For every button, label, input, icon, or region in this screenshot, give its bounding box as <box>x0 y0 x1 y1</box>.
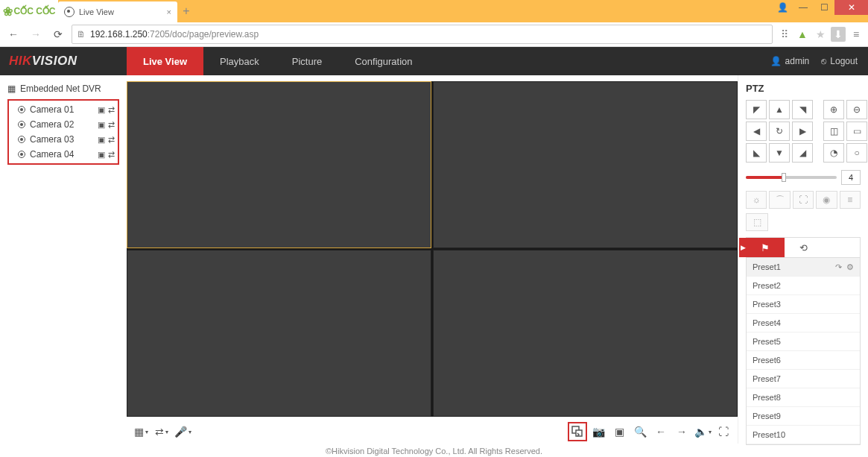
record-icon[interactable]: ▣ <box>98 135 105 145</box>
preset-tabs: ▶ ⚑ ⟲ <box>746 237 861 258</box>
ptz-up-left[interactable]: ◤ <box>746 100 767 119</box>
preset-item[interactable]: Preset2 <box>747 277 860 295</box>
camera-status-icon <box>18 106 25 113</box>
back-button[interactable]: ← <box>4 25 22 43</box>
tab-close-icon[interactable]: × <box>167 7 171 16</box>
browser-logo: ❀CỐC CỐC <box>0 0 58 22</box>
ptz-wiper-icon[interactable]: ⌒ <box>769 191 790 209</box>
camera-status-icon <box>18 151 25 158</box>
preset-item[interactable]: Preset3 <box>747 295 860 314</box>
minimize-button[interactable]: — <box>793 0 814 15</box>
stream-icon[interactable]: ⇄ <box>108 120 115 130</box>
url-bar[interactable]: 🗎 192.168.1.250:7205/doc/page/preview.as… <box>72 25 773 44</box>
ptz-light-icon[interactable]: ☼ <box>746 191 767 209</box>
panel-collapse-icon[interactable]: ▶ <box>741 244 746 251</box>
record-icon[interactable]: ▣ <box>98 105 105 115</box>
camera-item[interactable]: Camera 02 ▣⇄ <box>12 117 115 132</box>
record-icon[interactable]: ▣ <box>98 120 105 130</box>
preset-item[interactable]: Preset8 <box>747 388 860 407</box>
bookmark-icon[interactable]: ★ <box>813 27 828 42</box>
ptz-down[interactable]: ▼ <box>769 143 790 163</box>
stop-all-button[interactable] <box>568 422 587 441</box>
ptz-zoom-out[interactable]: ⊖ <box>846 100 867 119</box>
reload-button[interactable]: ⟳ <box>49 25 67 43</box>
zoom-button[interactable]: 🔍 <box>630 422 650 441</box>
preset-tab-flag[interactable]: ⚑ <box>747 238 785 257</box>
next-button[interactable]: → <box>672 422 691 441</box>
download-icon[interactable]: ⬇ <box>831 27 846 42</box>
device-root[interactable]: ▦ Embedded Net DVR <box>7 81 119 96</box>
camera-list-highlight: Camera 01 ▣⇄ Camera 02 ▣⇄ Camera 03 ▣⇄ C… <box>7 99 119 165</box>
record-icon[interactable]: ▣ <box>98 150 105 160</box>
layout-button[interactable]: ▦▾ <box>131 422 151 441</box>
ptz-down-right[interactable]: ◢ <box>792 143 813 163</box>
video-cell-1[interactable] <box>127 81 431 248</box>
close-window-button[interactable]: ✕ <box>834 0 868 15</box>
ptz-speed-value: 4 <box>841 170 861 185</box>
ptz-left[interactable]: ◀ <box>746 122 767 141</box>
preset-tab-pattern[interactable] <box>822 238 860 257</box>
snapshot-button[interactable]: 📷 <box>589 422 608 441</box>
ptz-iris-open[interactable]: ◔ <box>823 143 844 163</box>
translate-icon[interactable]: ⠿ <box>777 27 792 42</box>
ptz-focus-icon[interactable]: ⛶ <box>793 191 814 209</box>
camera-item[interactable]: Camera 03 ▣⇄ <box>12 132 115 147</box>
maximize-button[interactable]: ☐ <box>814 0 834 15</box>
camera-label: Camera 02 <box>30 119 74 130</box>
ptz-right[interactable]: ▶ <box>792 122 813 141</box>
camera-item[interactable]: Camera 01 ▣⇄ <box>12 102 115 117</box>
menu-icon[interactable]: ≡ <box>849 27 864 42</box>
nav-configuration[interactable]: Configuration <box>338 47 428 75</box>
stream-icon[interactable]: ⇄ <box>108 135 115 145</box>
nav-playback[interactable]: Playback <box>203 47 276 75</box>
ptz-3d-icon[interactable]: ⬚ <box>746 213 768 231</box>
preset-item[interactable]: Preset9 <box>747 407 860 426</box>
preset-item[interactable]: Preset5 <box>747 332 860 351</box>
video-cell-2[interactable] <box>433 81 738 248</box>
camera-label: Camera 04 <box>30 149 74 160</box>
ptz-zoom-in[interactable]: ⊕ <box>823 100 844 119</box>
volume-button[interactable]: 🔈▾ <box>693 422 712 441</box>
ptz-menu-icon[interactable]: ≡ <box>840 191 861 209</box>
ptz-focus-near[interactable]: ◫ <box>823 122 844 141</box>
ptz-speed-slider[interactable] <box>746 176 837 179</box>
stream-icon[interactable]: ⇄ <box>108 150 115 160</box>
prev-button[interactable]: ← <box>651 422 671 441</box>
preset-item[interactable]: Preset1 ↷⚙ <box>747 258 860 277</box>
stream-icon[interactable]: ⇄ <box>108 105 115 115</box>
ptz-up[interactable]: ▲ <box>769 100 790 119</box>
user-menu[interactable]: 👤 admin <box>770 56 810 66</box>
forward-button[interactable]: → <box>27 25 45 43</box>
nav-picture[interactable]: Picture <box>276 47 338 75</box>
audio-button[interactable]: 🎤▾ <box>173 422 192 441</box>
preset-set-icon[interactable]: ⚙ <box>846 262 854 272</box>
user-name: admin <box>785 56 810 66</box>
preset-item[interactable]: Preset6 <box>747 351 860 370</box>
ptz-init-icon[interactable]: ◉ <box>816 191 837 209</box>
stream-button[interactable]: ⇄▾ <box>152 422 171 441</box>
video-cell-4[interactable] <box>433 250 738 417</box>
extension-icon[interactable]: ▲ <box>795 27 810 42</box>
ptz-iris-close[interactable]: ○ <box>846 143 867 163</box>
browser-tab[interactable]: Live View × <box>58 1 177 22</box>
preset-item[interactable]: Preset4 <box>747 314 860 332</box>
nav-live-view[interactable]: Live View <box>127 47 203 75</box>
new-tab-button[interactable]: + <box>177 0 195 22</box>
preset-call-icon[interactable]: ↷ <box>835 262 842 272</box>
ptz-up-right[interactable]: ◥ <box>792 100 813 119</box>
preset-label: Preset8 <box>753 393 781 402</box>
record-button[interactable]: ▣ <box>609 422 629 441</box>
ptz-focus-far[interactable]: ▭ <box>846 122 867 141</box>
camera-label: Camera 01 <box>30 104 74 115</box>
preset-item[interactable]: Preset10 <box>747 426 860 444</box>
preset-list[interactable]: Preset1 ↷⚙ Preset2 Preset3 Preset4 Prese… <box>746 258 861 445</box>
user-icon[interactable]: 👤 <box>772 0 793 15</box>
preset-tab-patrol[interactable]: ⟲ <box>785 238 823 257</box>
ptz-auto[interactable]: ↻ <box>769 122 790 141</box>
camera-item[interactable]: Camera 04 ▣⇄ <box>12 147 115 162</box>
preset-item[interactable]: Preset7 <box>747 370 860 388</box>
video-cell-3[interactable] <box>127 250 431 417</box>
ptz-down-left[interactable]: ◣ <box>746 143 767 163</box>
fullscreen-button[interactable]: ⛶ <box>714 422 733 441</box>
logout-button[interactable]: ⎋ Logout <box>821 56 858 66</box>
